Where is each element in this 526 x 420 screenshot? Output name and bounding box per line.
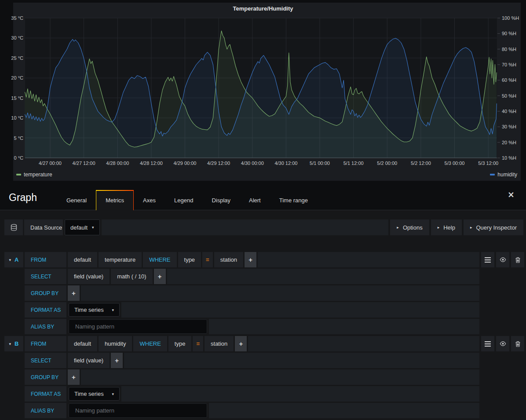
svg-text:40 %H: 40 %H — [502, 109, 516, 114]
query-a-from-row: ▾ A FROM default temperature WHERE type … — [4, 252, 526, 267]
where-key-segment[interactable]: type — [178, 252, 201, 267]
query-inspector-button[interactable]: ▸ Query Inspector — [464, 219, 523, 235]
query-delete-button[interactable] — [511, 252, 524, 267]
svg-text:0 °C: 0 °C — [14, 155, 23, 161]
where-key-segment[interactable]: type — [168, 336, 192, 351]
where-operator-segment[interactable]: = — [193, 336, 203, 351]
metrics-editor: Data Source default ▾ ▸ Options ▸ Help ▸… — [0, 210, 526, 420]
svg-text:15 °C: 15 °C — [11, 95, 23, 101]
row-filler — [124, 353, 479, 368]
query-b-collapse-toggle[interactable]: ▾ B — [4, 336, 23, 351]
query-letter: A — [15, 256, 18, 263]
alias-by-label: ALIAS BY — [25, 319, 66, 334]
from-source-segment[interactable]: default — [68, 252, 97, 267]
row-filler — [167, 269, 479, 284]
alias-by-input[interactable] — [69, 320, 207, 333]
select-label: SELECT — [25, 353, 66, 368]
close-icon[interactable]: × — [508, 190, 515, 199]
svg-text:10 °C: 10 °C — [11, 115, 23, 121]
legend-item-temperature[interactable]: temperature — [16, 172, 52, 178]
temperature-swatch — [16, 174, 21, 175]
query-menu-button[interactable] — [481, 336, 494, 351]
collapse-caret-icon: ▾ — [9, 342, 11, 346]
svg-text:60 %H: 60 %H — [502, 77, 516, 83]
caret-right-icon: ▸ — [438, 225, 440, 230]
query-a-alias-row: ALIAS BY — [4, 319, 526, 334]
svg-text:5/2 12:00: 5/2 12:00 — [411, 161, 431, 166]
where-value-segment[interactable]: station — [205, 336, 234, 351]
from-label: FROM — [25, 336, 66, 351]
groupby-label: GROUP BY — [25, 369, 66, 385]
svg-text:90 %H: 90 %H — [502, 31, 516, 36]
add-select-button[interactable]: + — [154, 269, 166, 284]
tab-general[interactable]: General — [57, 190, 96, 210]
from-measurement-segment[interactable]: humidity — [99, 336, 132, 351]
select-label: SELECT — [25, 269, 66, 284]
format-as-select[interactable]: Time series ▾ — [69, 387, 120, 401]
add-groupby-button[interactable]: + — [68, 285, 80, 301]
svg-text:100 %H: 100 %H — [502, 15, 519, 21]
query-menu-button[interactable] — [481, 252, 494, 267]
query-toggle-visibility-button[interactable] — [496, 336, 509, 351]
from-measurement-segment[interactable]: temperature — [99, 252, 142, 267]
svg-text:5/2 00:00: 5/2 00:00 — [377, 161, 397, 166]
query-b-select-row: SELECT field (value) + — [4, 353, 526, 368]
svg-text:5/1 00:00: 5/1 00:00 — [310, 161, 330, 166]
row-filler — [121, 302, 479, 318]
tab-display[interactable]: Display — [202, 190, 240, 210]
svg-text:50 %H: 50 %H — [502, 93, 516, 99]
help-button[interactable]: ▸ Help — [431, 219, 462, 235]
datasource-select[interactable]: default ▾ — [65, 219, 100, 235]
row-filler — [209, 403, 479, 418]
format-as-select[interactable]: Time series ▾ — [69, 303, 120, 317]
svg-text:5/1 12:00: 5/1 12:00 — [343, 161, 364, 166]
svg-text:25 °C: 25 °C — [11, 55, 23, 61]
query-b-alias-row: ALIAS BY — [4, 403, 526, 418]
editor-tabbar: Graph General Metrics Axes Legend Displa… — [0, 183, 526, 210]
add-condition-button[interactable]: + — [245, 252, 256, 267]
legend-label: humidity — [497, 172, 517, 178]
from-source-segment[interactable]: default — [68, 336, 97, 351]
caret-down-icon: ▾ — [112, 308, 114, 312]
options-button[interactable]: ▸ Options — [390, 219, 429, 235]
tab-axes[interactable]: Axes — [134, 190, 165, 210]
timeseries-chart[interactable]: 4/27 00:004/27 12:004/28 00:004/28 12:00… — [0, 0, 526, 183]
svg-text:20 °C: 20 °C — [11, 75, 23, 80]
panel-title: Temperature/Humidity — [0, 5, 526, 12]
query-toggle-visibility-button[interactable] — [496, 252, 509, 267]
row-filler — [121, 386, 479, 402]
query-b-from-row: ▾ B FROM default humidity WHERE type = s… — [4, 336, 526, 351]
svg-text:80 %H: 80 %H — [502, 47, 516, 52]
from-label: FROM — [25, 252, 66, 267]
query-a-collapse-toggle[interactable]: ▾ A — [4, 252, 23, 267]
svg-text:5 °C: 5 °C — [14, 135, 23, 141]
eye-icon — [499, 256, 507, 263]
where-value-segment[interactable]: station — [214, 252, 243, 267]
select-field-segment[interactable]: field (value) — [68, 269, 110, 284]
row-filler — [81, 369, 479, 385]
svg-text:4/30 00:00: 4/30 00:00 — [241, 161, 264, 166]
tab-metrics[interactable]: Metrics — [96, 190, 134, 210]
select-math-segment[interactable]: math ( / 10) — [111, 269, 152, 284]
caret-right-icon: ▸ — [397, 225, 399, 230]
where-keyword-segment[interactable]: WHERE — [133, 336, 167, 351]
caret-down-icon: ▾ — [92, 225, 94, 230]
alias-by-input[interactable] — [69, 404, 207, 417]
tab-time-range[interactable]: Time range — [270, 190, 317, 210]
add-select-button[interactable]: + — [111, 353, 123, 368]
row-filler — [248, 336, 479, 351]
trash-icon — [515, 340, 521, 347]
add-condition-button[interactable]: + — [235, 336, 247, 351]
query-a-groupby-row: GROUP BY + — [4, 285, 526, 301]
svg-text:70 %H: 70 %H — [502, 62, 516, 67]
caret-down-icon: ▾ — [112, 392, 114, 396]
query-letter: B — [15, 340, 18, 347]
where-operator-segment[interactable]: = — [202, 252, 213, 267]
select-field-segment[interactable]: field (value) — [68, 353, 110, 368]
query-delete-button[interactable] — [511, 336, 524, 351]
where-keyword-segment[interactable]: WHERE — [143, 252, 176, 267]
tab-alert[interactable]: Alert — [240, 190, 270, 210]
tab-legend[interactable]: Legend — [165, 190, 202, 210]
legend-item-humidity[interactable]: humidity — [490, 172, 517, 178]
add-groupby-button[interactable]: + — [68, 369, 80, 385]
